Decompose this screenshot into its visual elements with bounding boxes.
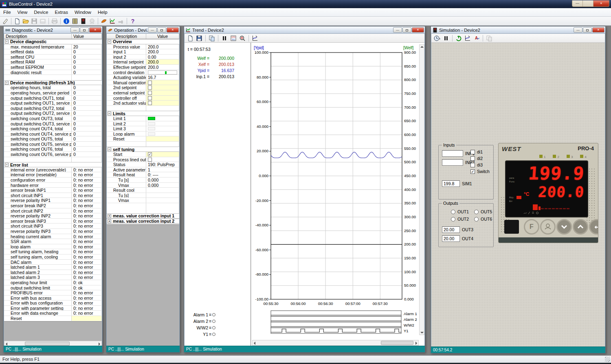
checkbox-unchecked[interactable]	[148, 81, 152, 85]
simulation-titlebar[interactable]: Simulation - Device2 — ×	[431, 26, 605, 34]
table-row[interactable]: selftest RAM0	[4, 59, 102, 65]
table-row[interactable]: Process lined out	[107, 157, 179, 162]
column-header[interactable]: Value	[72, 34, 102, 39]
simulation-close-button[interactable]: ×	[592, 27, 604, 33]
trend-zoom-reset-icon[interactable]	[238, 34, 246, 42]
menu-view[interactable]: View	[14, 9, 31, 15]
collapse-icon[interactable]: −	[5, 163, 9, 167]
table-row[interactable]: DAC alarm0: no error	[4, 260, 102, 265]
radio-out2[interactable]	[451, 217, 455, 221]
table-row[interactable]: Error with bus configuration0: no error	[4, 300, 102, 306]
sim-copy-icon[interactable]	[485, 34, 493, 42]
wizard-icon[interactable]	[1, 17, 9, 25]
table-row[interactable]: 2nd actuator value	[107, 101, 179, 106]
trend-values-icon[interactable]: 10%563	[229, 34, 237, 42]
table-row[interactable]: 2nd setpoint	[107, 85, 179, 90]
table-row[interactable]: latched alarm 30: no error	[4, 275, 102, 280]
table-row[interactable]: output switching OUT3, service period0	[4, 121, 102, 127]
table-row[interactable]: self tuning alarm, heating0: no error	[4, 249, 102, 254]
radio-out5[interactable]	[474, 210, 479, 214]
sim-power-icon[interactable]	[455, 34, 463, 42]
table-row[interactable]: switching count OUT5, total0	[4, 136, 102, 142]
auto-manual-button[interactable]	[540, 219, 556, 235]
out4-field[interactable]: 20.00	[442, 235, 460, 242]
menu-window[interactable]: Window	[71, 9, 95, 15]
diagnostic-restore-button[interactable]	[80, 27, 89, 33]
table-row[interactable]: output switching limit0: ok	[4, 285, 102, 291]
table-row[interactable]: output switching OUT1, service period0	[4, 101, 102, 106]
table-row[interactable]: operating hours, service period0	[4, 90, 102, 96]
new-file-icon[interactable]	[13, 17, 21, 25]
table-row[interactable]: switching count OUT4, total0	[4, 126, 102, 132]
table-row[interactable]: input 20.00	[107, 55, 179, 60]
simulation-stop-icon[interactable]: STOP	[88, 17, 96, 25]
section-header[interactable]: −Overview	[107, 39, 179, 44]
connect-icon[interactable]	[117, 17, 125, 25]
table-row[interactable]: SSR alarm0: no error	[4, 239, 102, 244]
trend-pause-icon[interactable]	[220, 34, 229, 42]
print-icon[interactable]	[51, 17, 59, 25]
row-value[interactable]	[146, 136, 179, 141]
table-row[interactable]: switching count OUT3, total0	[4, 116, 102, 121]
trend-vscrollbar[interactable]	[419, 44, 424, 335]
collapse-icon[interactable]: −	[108, 147, 111, 151]
table-row[interactable]: output switching OUT2, service period0	[4, 111, 102, 116]
table-row[interactable]: reverse polarity INP20: no error	[4, 213, 102, 219]
collapse-icon[interactable]: −	[108, 112, 111, 115]
table-row[interactable]: output switching OUT2, total0	[4, 106, 102, 111]
trend-restore-button[interactable]	[402, 27, 411, 33]
table-row[interactable]: reverse polarity INP30: no error	[4, 229, 102, 234]
trend-new-icon[interactable]	[186, 34, 194, 42]
checkbox-unchecked[interactable]	[148, 96, 152, 100]
device-display-icon[interactable]	[79, 17, 88, 25]
row-value[interactable]	[72, 316, 102, 321]
column-header[interactable]: Description	[4, 34, 72, 39]
section-header[interactable]: −Device diagnostic	[4, 39, 102, 44]
table-row[interactable]: short circuit INP30: no error	[4, 224, 102, 229]
section-header[interactable]: −Device monitoring (Refresh 1/h)	[4, 80, 102, 86]
table-row[interactable]: Actuating variable16.7	[107, 75, 179, 80]
table-row[interactable]: Manual operation	[107, 80, 179, 86]
table-row[interactable]: Vmax	[107, 198, 179, 203]
table-row[interactable]: Start✓	[107, 152, 179, 157]
row-value[interactable]	[146, 85, 179, 90]
checkbox-unchecked[interactable]	[148, 101, 152, 105]
menu-extras[interactable]: Extras	[51, 9, 71, 15]
table-row[interactable]: Tu [s]	[107, 193, 179, 198]
table-row[interactable]: short circuit INP20: no error	[4, 208, 102, 214]
table-row[interactable]: reverse polarity INP10: no error	[4, 198, 102, 203]
table-row[interactable]: Limit 2	[107, 121, 179, 127]
table-row[interactable]: hardware error0: no error	[4, 183, 102, 188]
checkbox-unchecked[interactable]	[148, 158, 152, 162]
save-as-icon[interactable]	[39, 17, 47, 25]
table-row[interactable]: selftest EEPROM0	[4, 65, 102, 70]
sim1-field[interactable]: 199.8	[442, 180, 460, 187]
resize-grip[interactable]	[605, 357, 610, 362]
section-header[interactable]: −Error list	[4, 162, 102, 167]
trend-copy-icon[interactable]	[208, 34, 216, 42]
table-row[interactable]: max. measured temperature20	[4, 44, 102, 50]
row-value[interactable]	[146, 157, 179, 162]
table-row[interactable]: Effective setpoint200.0	[107, 65, 179, 70]
expand-icon[interactable]: +	[108, 219, 111, 223]
info-icon[interactable]: i	[62, 17, 70, 25]
sim-signal-icon[interactable]: A	[473, 34, 481, 42]
table-row[interactable]: Reset	[4, 316, 102, 321]
close-button[interactable]: ×	[593, 0, 609, 7]
table-row[interactable]: latched alarm 10: no error	[4, 265, 102, 270]
trend-save-icon[interactable]	[195, 34, 203, 42]
table-row[interactable]: Loop alarm	[107, 132, 179, 137]
trend-minimize-button[interactable]: —	[393, 27, 402, 33]
table-row[interactable]: loop alarm0: no error	[4, 244, 102, 250]
simulation-minimize-button[interactable]: —	[574, 27, 582, 33]
section-header[interactable]: −Limits	[107, 111, 179, 116]
collapse-icon[interactable]: −	[5, 81, 9, 85]
table-row[interactable]: Process value200.0	[107, 44, 179, 50]
operation-close-button[interactable]: ×	[167, 27, 179, 33]
table-row[interactable]: controller off	[107, 96, 179, 101]
table-row[interactable]: Result cool	[107, 188, 179, 193]
row-value[interactable]	[146, 90, 179, 95]
column-header[interactable]: Value	[146, 34, 179, 39]
table-row[interactable]: switching count OUT5, service period0	[4, 142, 102, 147]
column-header[interactable]: Description	[107, 34, 146, 39]
